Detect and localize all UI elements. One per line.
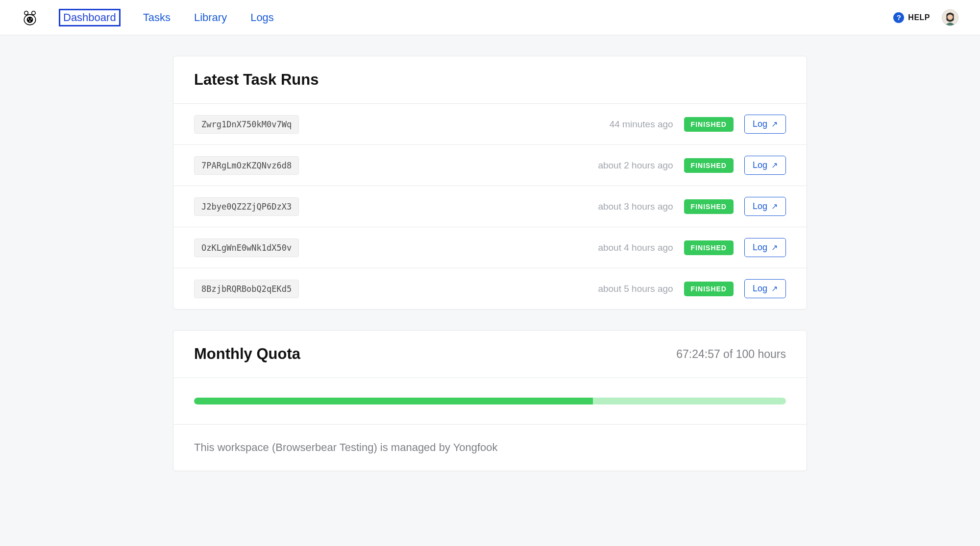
task-run-time: about 3 hours ago <box>598 201 673 212</box>
svg-point-6 <box>29 20 30 21</box>
top-nav: Dashboard Tasks Library Logs ? HELP <box>0 0 980 35</box>
task-run-row: Zwrg1DnX750kM0v7Wq44 minutes agoFINISHED… <box>173 104 807 145</box>
log-button-label: Log <box>753 284 767 294</box>
external-link-icon: ↗ <box>771 120 778 128</box>
external-link-icon: ↗ <box>771 285 778 293</box>
task-run-time: 44 minutes ago <box>610 119 673 130</box>
task-run-status-badge: FINISHED <box>684 158 734 173</box>
log-button-label: Log <box>753 201 767 212</box>
primary-nav: Dashboard Tasks Library Logs <box>59 9 275 26</box>
task-runs-header: Latest Task Runs <box>173 56 807 104</box>
nav-dashboard[interactable]: Dashboard <box>59 9 121 26</box>
quota-footer: This workspace (Browserbear Testing) is … <box>173 425 807 471</box>
quota-progress-fill <box>194 398 593 404</box>
task-run-row: OzKLgWnE0wNk1dX50vabout 4 hours agoFINIS… <box>173 227 807 268</box>
avatar-icon <box>942 10 958 25</box>
quota-usage: 67:24:57 of 100 hours <box>676 348 786 361</box>
svg-point-2 <box>32 11 35 14</box>
log-button[interactable]: Log↗ <box>744 279 786 298</box>
task-run-status-badge: FINISHED <box>684 282 734 296</box>
task-run-status-badge: FINISHED <box>684 240 734 255</box>
external-link-icon: ↗ <box>771 244 778 252</box>
app-logo[interactable] <box>22 9 38 26</box>
task-run-time: about 4 hours ago <box>598 242 673 253</box>
svg-point-8 <box>947 14 953 20</box>
task-run-row: 8BzjbRQRBobQ2qEKd5about 5 hours agoFINIS… <box>173 268 807 309</box>
quota-body <box>173 378 807 425</box>
external-link-icon: ↗ <box>771 203 778 211</box>
log-button-label: Log <box>753 242 767 253</box>
quota-title: Monthly Quota <box>194 345 300 363</box>
task-run-id: J2bye0QZ2ZjQP6DzX3 <box>194 197 299 216</box>
task-run-id: 8BzjbRQRBobQ2qEKd5 <box>194 280 299 298</box>
quota-progress-track <box>194 398 786 404</box>
quota-header: Monthly Quota 67:24:57 of 100 hours <box>173 331 807 378</box>
external-link-icon: ↗ <box>771 162 778 169</box>
help-label: HELP <box>908 13 930 22</box>
log-button[interactable]: Log↗ <box>744 197 786 216</box>
svg-point-4 <box>28 18 29 19</box>
task-run-row: J2bye0QZ2ZjQP6DzX3about 3 hours agoFINIS… <box>173 186 807 227</box>
help-link[interactable]: ? HELP <box>893 12 930 23</box>
help-icon: ? <box>893 12 904 23</box>
log-button[interactable]: Log↗ <box>744 238 786 257</box>
log-button[interactable]: Log↗ <box>744 156 786 175</box>
bear-logo-icon <box>22 9 38 26</box>
log-button-label: Log <box>753 160 767 170</box>
task-run-status-badge: FINISHED <box>684 199 734 214</box>
svg-point-1 <box>24 11 28 14</box>
log-button-label: Log <box>753 119 767 129</box>
task-run-id: Zwrg1DnX750kM0v7Wq <box>194 115 299 134</box>
nav-logs[interactable]: Logs <box>249 9 275 26</box>
quota-card: Monthly Quota 67:24:57 of 100 hours This… <box>173 330 807 471</box>
task-run-id: 7PARgLmOzKZQNvz6d8 <box>194 156 299 175</box>
svg-point-5 <box>30 18 31 19</box>
task-run-time: about 2 hours ago <box>598 160 673 171</box>
task-run-row: 7PARgLmOzKZQNvz6d8about 2 hours agoFINIS… <box>173 145 807 186</box>
task-run-id: OzKLgWnE0wNk1dX50v <box>194 238 299 257</box>
nav-library[interactable]: Library <box>193 9 228 26</box>
task-runs-card: Latest Task Runs Zwrg1DnX750kM0v7Wq44 mi… <box>173 56 807 309</box>
user-avatar[interactable] <box>942 9 958 26</box>
task-run-time: about 5 hours ago <box>598 284 673 294</box>
page-content: Latest Task Runs Zwrg1DnX750kM0v7Wq44 mi… <box>173 56 807 471</box>
log-button[interactable]: Log↗ <box>744 115 786 134</box>
task-run-status-badge: FINISHED <box>684 117 734 132</box>
task-runs-title: Latest Task Runs <box>194 71 318 89</box>
nav-tasks[interactable]: Tasks <box>142 9 172 26</box>
svg-point-3 <box>27 16 33 23</box>
